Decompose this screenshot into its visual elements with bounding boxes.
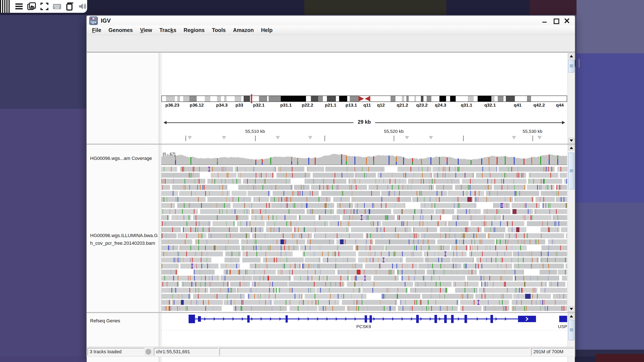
message-status xyxy=(220,348,530,356)
scroll-up-icon[interactable] xyxy=(568,53,574,59)
desktop-patch xyxy=(596,354,644,362)
toolbar-separator xyxy=(574,58,584,68)
scrollbar-thumb[interactable] xyxy=(568,153,574,189)
band-label-p36.12: p36.12 xyxy=(190,103,204,108)
maximize-button[interactable] xyxy=(553,18,558,23)
memory-status[interactable]: 291M of 700M xyxy=(531,348,574,356)
zoom-tick xyxy=(575,60,576,67)
ideogram-band xyxy=(162,96,166,101)
menu-amazon[interactable]: Amazon xyxy=(229,25,257,35)
ideogram-band xyxy=(427,96,432,101)
scroll-up-icon[interactable] xyxy=(568,145,574,151)
gene-track-canvas[interactable] xyxy=(162,313,567,325)
keyboard-icon[interactable] xyxy=(52,2,62,11)
remote-desktop-toolbar xyxy=(0,0,87,13)
ideogram-band xyxy=(396,96,402,101)
arrow-right-icon xyxy=(562,121,565,124)
gene-name-label[interactable]: PCSK9 xyxy=(356,324,371,329)
band-label-q12: q12 xyxy=(377,103,385,108)
title-bar[interactable]: igv IGV xyxy=(87,16,575,25)
region-marker-icon[interactable] xyxy=(405,136,409,139)
band-label-p31.1: p31.1 xyxy=(280,103,292,108)
ideogram-band xyxy=(226,96,235,101)
band-label-q42.2: q42.2 xyxy=(534,103,545,108)
stripes-grip-icon[interactable] xyxy=(0,0,11,13)
ideogram-band xyxy=(370,96,390,101)
ruler-tick xyxy=(394,136,394,141)
scrollbar-thumb[interactable] xyxy=(568,60,574,72)
chromosome-ideogram[interactable] xyxy=(162,96,567,102)
close-button[interactable] xyxy=(564,18,570,23)
scrollbar-thumb[interactable] xyxy=(568,320,574,340)
display-capture-icon[interactable] xyxy=(27,2,36,11)
menu-view[interactable]: View xyxy=(136,25,156,35)
ideogram-band xyxy=(456,96,468,101)
region-marker-icon[interactable] xyxy=(308,136,312,139)
data-panel-scrollbar[interactable] xyxy=(568,145,575,312)
track-divider xyxy=(162,330,567,330)
menu-regions[interactable]: Regions xyxy=(180,25,208,35)
desktop-patch xyxy=(0,109,86,362)
ideogram-band xyxy=(327,96,336,101)
minimize-button[interactable] xyxy=(542,18,548,23)
ruler-tick xyxy=(532,136,533,141)
ideogram-band xyxy=(350,96,359,101)
band-label-p22.2: p22.2 xyxy=(302,103,313,108)
ideogram-band xyxy=(259,96,267,101)
gene-track-name[interactable]: Refseq Genes xyxy=(90,318,120,324)
ruler-tick xyxy=(255,136,256,141)
ideogram-band xyxy=(424,96,427,101)
data-panel-label-column: HG00096.wgs...am Coverage HG00096.wgs.IL… xyxy=(87,145,159,312)
menu-tools[interactable]: Tools xyxy=(208,25,229,35)
ideogram-band xyxy=(190,96,197,101)
ideogram-band xyxy=(224,96,226,101)
scroll-up-icon[interactable] xyxy=(568,313,574,319)
attribute-column xyxy=(160,145,162,312)
region-marker-icon[interactable] xyxy=(276,136,280,139)
ideogram-band xyxy=(446,96,450,101)
ideogram-band xyxy=(323,96,327,101)
alignment-track-name-line2[interactable]: h_cov_pcr_free.20140203.bam xyxy=(90,240,155,246)
volume-icon[interactable] xyxy=(78,2,87,11)
region-marker-icon[interactable] xyxy=(188,136,192,139)
menu-help[interactable]: Help xyxy=(257,25,276,35)
ideogram-band xyxy=(205,96,210,101)
attribute-column xyxy=(160,53,162,144)
ruler-tick-label: 55,510 kb xyxy=(245,129,265,134)
ideogram-band xyxy=(166,96,175,101)
ideogram-band xyxy=(306,96,311,101)
region-marker-icon[interactable] xyxy=(512,136,516,139)
region-marker-icon[interactable] xyxy=(429,136,433,139)
ideogram-band xyxy=(241,96,244,101)
region-marker-icon[interactable] xyxy=(538,136,542,139)
menu-file[interactable]: File xyxy=(88,25,105,35)
ideogram-band xyxy=(468,96,474,101)
ideogram-band xyxy=(402,96,404,101)
scroll-down-icon[interactable] xyxy=(568,138,574,143)
span-arrow-line xyxy=(164,122,564,123)
scroll-down-icon[interactable] xyxy=(568,306,574,312)
alignment-track-canvas[interactable] xyxy=(162,166,567,312)
ideogram-band xyxy=(347,96,350,101)
ideogram-band xyxy=(409,96,414,101)
ideogram-band xyxy=(217,96,221,101)
centromere-icon xyxy=(358,96,364,101)
menu-icon[interactable] xyxy=(14,2,23,11)
coverage-track-name[interactable]: HG00096.wgs...am Coverage xyxy=(90,156,152,161)
span-label: 29 kb xyxy=(354,119,375,125)
alignment-track-name-line1[interactable]: HG00096.wgs.ILLUMINA.bwa.G xyxy=(90,233,158,238)
band-label-q21.2: q21.2 xyxy=(397,103,408,108)
region-marker-icon[interactable] xyxy=(222,136,226,139)
ideogram-band xyxy=(491,96,494,101)
menu-genomes[interactable]: Genomes xyxy=(105,25,136,35)
locus-panel-scrollbar[interactable] xyxy=(568,53,575,144)
fullscreen-icon[interactable] xyxy=(40,2,49,11)
ideogram-band xyxy=(440,96,446,101)
igv-logo-icon: igv xyxy=(89,16,98,25)
coverage-track-canvas[interactable] xyxy=(162,151,567,165)
status-bar: 3 tracks loaded chr1:55,531,691 291M of … xyxy=(87,347,575,357)
menu-tracks[interactable]: Tracks xyxy=(156,25,180,35)
status-indicator-icon xyxy=(146,349,151,355)
ideogram-band xyxy=(494,96,498,101)
windows-icon[interactable] xyxy=(65,2,74,11)
